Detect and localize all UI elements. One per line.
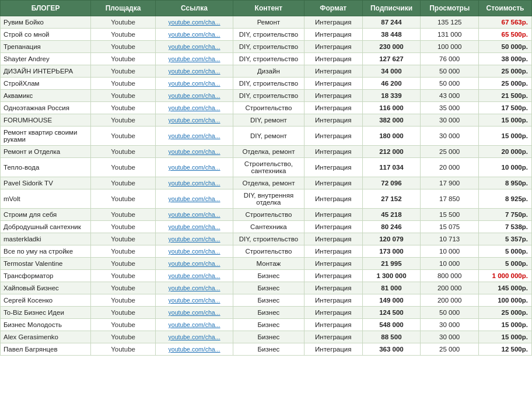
cell-link[interactable]: youtube.com/cha... [155,258,233,270]
cell-platform: Youtube [91,343,156,356]
cell-link[interactable]: youtube.com/cha... [155,307,233,319]
cell-link[interactable]: youtube.com/cha... [155,319,233,331]
table-row: Хайповый БизнесYoutubeyoutube.com/cha...… [1,282,532,294]
cell-subscribers: 80 246 [362,221,421,233]
cell-content: Бизнес [233,331,304,343]
cell-format: Интеграция [304,319,362,331]
cell-format: Интеграция [304,331,362,343]
cell-views: 50 000 [421,65,479,78]
cell-cost: 15 000р. [479,319,532,331]
cell-link[interactable]: youtube.com/cha... [155,189,233,209]
cell-format: Интеграция [304,41,362,53]
cell-link[interactable]: youtube.com/cha... [155,41,233,53]
cell-format: Интеграция [304,270,362,282]
cell-content: Бизнес [233,343,304,356]
cell-cost: 12 500р. [479,343,532,356]
cell-cost: 15 000р. [479,331,532,343]
header-format: Формат [304,1,362,16]
cell-link[interactable]: youtube.com/cha... [155,282,233,294]
cell-link[interactable]: youtube.com/cha... [155,270,233,282]
cell-content: DIY, строительство [233,29,304,41]
cell-cost: 50 000р. [479,41,532,53]
cell-subscribers: 116 000 [362,102,421,114]
cell-link[interactable]: youtube.com/cha... [155,114,233,127]
table-row: Добродушный сантехникYoutubeyoutube.com/… [1,221,532,233]
cell-platform: Youtube [91,258,156,270]
cell-link[interactable]: youtube.com/cha... [155,53,233,65]
cell-cost: 7 750р. [479,209,532,221]
header-subscribers: Подписчики [362,1,421,16]
cell-link[interactable]: youtube.com/cha... [155,90,233,102]
cell-link[interactable]: youtube.com/cha... [155,343,233,356]
cell-format: Интеграция [304,102,362,114]
cell-blogger: Pavel Sidorik TV [1,177,91,189]
cell-link[interactable]: youtube.com/cha... [155,146,233,158]
cell-link[interactable]: youtube.com/cha... [155,294,233,307]
cell-views: 30 000 [421,331,479,343]
cell-subscribers: 149 000 [362,294,421,307]
cell-cost: 8 950р. [479,177,532,189]
cell-content: Отделка, ремонт [233,146,304,158]
cell-content: DIY, внутренняя отделка [233,189,304,209]
cell-format: Интеграция [304,177,362,189]
cell-views: 50 000 [421,307,479,319]
cell-views: 50 000 [421,78,479,90]
cell-link[interactable]: youtube.com/cha... [155,16,233,29]
cell-link[interactable]: youtube.com/cha... [155,78,233,90]
cell-blogger: Тепло-вода [1,158,91,177]
cell-platform: Youtube [91,146,156,158]
cell-cost: 5 357р. [479,233,532,245]
cell-format: Интеграция [304,343,362,356]
table-row: mVoltYoutubeyoutube.com/cha...DIY, внутр… [1,189,532,209]
cell-subscribers: 127 627 [362,53,421,65]
cell-content: Бизнес [233,282,304,294]
cell-content: Бизнес [233,319,304,331]
cell-cost: 145 000р. [479,282,532,294]
cell-blogger: Ремонт квартир своими руками [1,127,91,146]
cell-link[interactable]: youtube.com/cha... [155,29,233,41]
cell-subscribers: 81 000 [362,282,421,294]
cell-subscribers: 173 000 [362,245,421,258]
header-views: Просмотры [421,1,479,16]
cell-content: Бизнес [233,270,304,282]
cell-link[interactable]: youtube.com/cha... [155,65,233,78]
cell-content: DIY, ремонт [233,127,304,146]
cell-content: Строительство [233,245,304,258]
cell-subscribers: 27 152 [362,189,421,209]
cell-link[interactable]: youtube.com/cha... [155,209,233,221]
cell-blogger: mVolt [1,189,91,209]
cell-blogger: Сергей Косенко [1,294,91,307]
cell-platform: Youtube [91,331,156,343]
cell-subscribers: 124 500 [362,307,421,319]
cell-platform: Youtube [91,282,156,294]
cell-views: 800 000 [421,270,479,282]
cell-link[interactable]: youtube.com/cha... [155,127,233,146]
cell-subscribers: 120 079 [362,233,421,245]
cell-subscribers: 363 000 [362,343,421,356]
cell-cost: 67 563р. [479,16,532,29]
table-row: Строим для себяYoutubeyoutube.com/cha...… [1,209,532,221]
cell-content: Строительство [233,102,304,114]
cell-views: 25 000 [421,146,479,158]
cell-subscribers: 18 339 [362,90,421,102]
cell-content: Бизнес [233,294,304,307]
cell-link[interactable]: youtube.com/cha... [155,233,233,245]
cell-link[interactable]: youtube.com/cha... [155,331,233,343]
cell-link[interactable]: youtube.com/cha... [155,245,233,258]
cell-platform: Youtube [91,245,156,258]
cell-content: DIY, строительство [233,90,304,102]
cell-platform: Youtube [91,307,156,319]
cell-link[interactable]: youtube.com/cha... [155,177,233,189]
cell-format: Интеграция [304,146,362,158]
cell-cost: 100 000р. [479,294,532,307]
cell-link[interactable]: youtube.com/cha... [155,102,233,114]
cell-link[interactable]: youtube.com/cha... [155,221,233,233]
cell-cost: 17 500р. [479,102,532,114]
cell-cost: 25 000р. [479,65,532,78]
cell-link[interactable]: youtube.com/cha... [155,158,233,177]
cell-cost: 5 000р. [479,245,532,258]
table-row: Павел БагрянцевYoutubeyoutube.com/cha...… [1,343,532,356]
cell-views: 10 000 [421,245,479,258]
cell-subscribers: 46 200 [362,78,421,90]
cell-format: Интеграция [304,29,362,41]
